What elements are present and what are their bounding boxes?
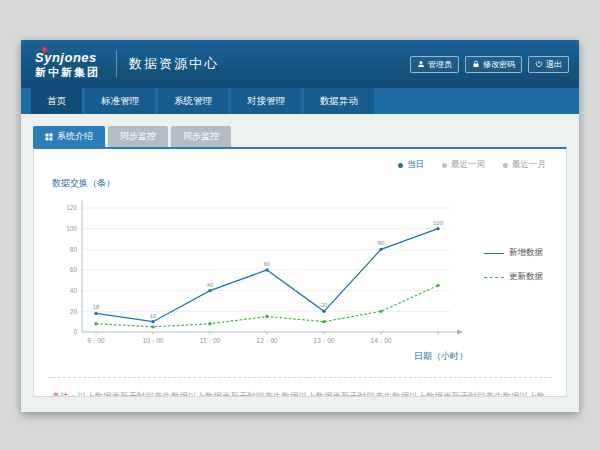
y-axis-title: 数据交换（条）	[52, 177, 552, 190]
svg-text:40: 40	[70, 287, 78, 294]
tab-system-intro[interactable]: 系统介绍	[33, 126, 105, 147]
change-password-button[interactable]: 修改密码	[465, 56, 522, 73]
logout-label: 退出	[546, 59, 562, 70]
user-button[interactable]: 管理员	[410, 56, 459, 73]
page-title: 数据资源中心	[129, 55, 219, 73]
logo-subtext: 新中新集团	[35, 67, 100, 78]
dot-icon	[442, 163, 447, 168]
logo: Synjones 新中新集团	[31, 51, 104, 78]
chart-row: 0204060801001209：0010：0011：0012：0013：001…	[48, 192, 552, 362]
content-area: 系统介绍 同步监控 同步监控 当日 最近一周	[21, 114, 579, 397]
footnote-label: 备注：	[52, 391, 78, 397]
main-nav: 首页 标准管理 系统管理 对接管理 数据异动	[21, 88, 579, 114]
filter-today[interactable]: 当日	[398, 159, 424, 171]
svg-text:13：00: 13：00	[314, 337, 335, 344]
svg-text:60: 60	[264, 261, 271, 267]
app-window: Synjones 新中新集团 数据资源中心 管理员 修改密码 退出 首页 标准管…	[21, 40, 579, 412]
svg-text:9：00: 9：00	[87, 337, 105, 344]
dashed-line-icon	[484, 277, 504, 278]
lock-icon	[472, 60, 480, 68]
nav-item-standard-mgmt[interactable]: 标准管理	[85, 88, 155, 114]
tab-sync-monitor-1[interactable]: 同步监控	[108, 126, 168, 147]
logout-icon	[535, 60, 543, 68]
tab-bar: 系统介绍 同步监控 同步监控	[33, 126, 567, 147]
period-filter-legend: 当日 最近一周 最近一月	[398, 159, 546, 171]
svg-text:100: 100	[433, 220, 444, 226]
svg-text:10: 10	[150, 313, 157, 319]
tab-label: 系统介绍	[57, 130, 93, 143]
svg-text:0: 0	[73, 328, 77, 335]
series-legend: 新增数据 更新数据	[484, 247, 543, 283]
filter-label: 最近一月	[512, 159, 546, 171]
solid-line-icon	[484, 253, 504, 254]
footnote-text: 以上数据更新于时间产生数据以上数据更新于时间产生数据以上数据更新于时间产生数据以…	[52, 391, 545, 397]
change-password-label: 修改密码	[483, 59, 515, 70]
user-label: 管理员	[428, 59, 452, 70]
tab-label: 同步监控	[183, 130, 219, 143]
legend-new-data: 新增数据	[484, 247, 543, 259]
filter-last-month[interactable]: 最近一月	[503, 159, 546, 171]
svg-text:40: 40	[207, 282, 214, 288]
svg-text:80: 80	[378, 240, 385, 246]
svg-text:18: 18	[93, 304, 100, 310]
logout-button[interactable]: 退出	[528, 56, 569, 73]
filter-last-week[interactable]: 最近一周	[442, 159, 485, 171]
nav-item-system-mgmt[interactable]: 系统管理	[158, 88, 228, 114]
grid-icon	[45, 133, 53, 141]
svg-text:60: 60	[70, 266, 78, 273]
header-divider	[116, 50, 117, 78]
dot-icon	[503, 163, 508, 168]
svg-text:10：00: 10：00	[143, 337, 164, 344]
user-icon	[417, 60, 425, 68]
svg-text:14：00: 14：00	[371, 337, 392, 344]
legend-updated-data: 更新数据	[484, 271, 543, 283]
svg-text:20: 20	[70, 308, 78, 315]
tab-sync-monitor-2[interactable]: 同步监控	[171, 126, 231, 147]
chart-panel: 当日 最近一周 最近一月 数据交换（条） 0204060801001209：00…	[33, 147, 567, 397]
filter-label: 当日	[407, 159, 424, 171]
nav-item-connect-mgmt[interactable]: 对接管理	[231, 88, 301, 114]
nav-item-data-change[interactable]: 数据异动	[304, 88, 374, 114]
header-actions: 管理员 修改密码 退出	[410, 56, 569, 73]
svg-text:80: 80	[70, 246, 78, 253]
svg-text:12：00: 12：00	[257, 337, 278, 344]
series-label: 更新数据	[509, 271, 543, 283]
app-header: Synjones 新中新集团 数据资源中心 管理员 修改密码 退出	[21, 40, 579, 88]
line-chart: 0204060801001209：0010：0011：0012：0013：001…	[48, 192, 476, 362]
tab-label: 同步监控	[120, 130, 156, 143]
nav-item-home[interactable]: 首页	[31, 88, 82, 114]
svg-text:100: 100	[66, 225, 77, 232]
footnote: 备注：以上数据更新于时间产生数据以上数据更新于时间产生数据以上数据更新于时间产生…	[48, 378, 552, 397]
svg-text:120: 120	[66, 204, 77, 211]
filter-label: 最近一周	[451, 159, 485, 171]
series-label: 新增数据	[509, 247, 543, 259]
dot-icon	[398, 163, 403, 168]
svg-text:11：00: 11：00	[200, 337, 221, 344]
svg-text:20: 20	[321, 302, 328, 308]
